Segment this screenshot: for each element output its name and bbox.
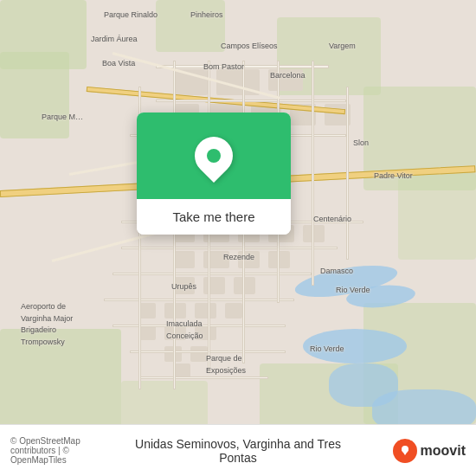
pin-inner [207, 149, 221, 163]
footer: © OpenStreetMap contributors | © OpenMap… [0, 424, 476, 476]
moovit-icon [393, 439, 417, 463]
moovit-text: moovit [421, 443, 466, 459]
svg-marker-1 [402, 450, 408, 455]
map-view: Parque Rinaldo Pinheiros Jardim Áurea Ca… [0, 0, 476, 424]
take-me-there-button[interactable]: Take me there [137, 199, 291, 235]
moovit-logo: moovit [352, 439, 466, 463]
popup-header [137, 113, 291, 199]
location-title: Unidas Seminovos, Varginha and Tres Pont… [125, 437, 352, 465]
location-pin [187, 129, 241, 183]
location-popup: Take me there [137, 113, 291, 235]
map-attribution: © OpenStreetMap contributors | © OpenMap… [10, 436, 125, 465]
